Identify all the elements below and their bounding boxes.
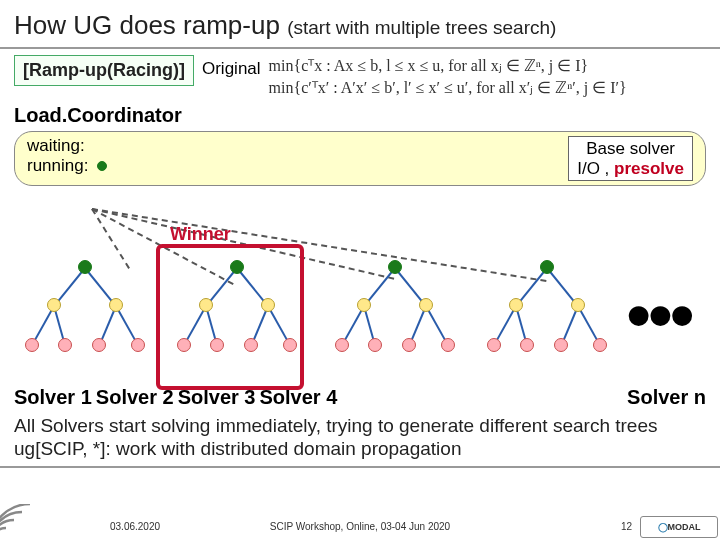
trees-area: Winner ●●●	[0, 226, 720, 386]
phase-box: [Ramp-up(Racing)]	[14, 55, 194, 86]
description: All Solvers start solving immediately, t…	[0, 409, 720, 460]
running-label: running:	[27, 156, 107, 176]
tree-node	[25, 338, 39, 352]
desc-line-1: All Solvers start solving immediately, t…	[14, 415, 706, 437]
tree-node	[210, 338, 224, 352]
tree-node	[261, 298, 275, 312]
solver-labels: Solver 1 Solver 2 Solver 3 Solver 4 Solv…	[0, 386, 720, 409]
tree-node	[487, 338, 501, 352]
title-sub: (start with multiple trees search)	[287, 17, 556, 38]
tree-node	[593, 338, 607, 352]
tree-node	[509, 298, 523, 312]
footer: 03.06.2020 SCIP Workshop, Online, 03-04 …	[0, 512, 720, 540]
tree-solver-1	[8, 254, 148, 364]
original-label: Original	[202, 55, 261, 79]
title-main: How UG does ramp-up	[14, 10, 280, 40]
slide-title: How UG does ramp-up (start with multiple…	[0, 0, 720, 47]
footer-page: 12	[621, 521, 632, 532]
base-solver-box: Base solver I/O , presolve	[568, 136, 693, 181]
queue-box: waiting: running: Base solver I/O , pres…	[14, 131, 706, 186]
formula-2: min{c′ᵀx′ : A′x′ ≤ b′, l′ ≤ x′ ≤ u′, for…	[269, 77, 627, 99]
tree-node	[58, 338, 72, 352]
tree-node	[419, 298, 433, 312]
title-underline	[0, 47, 720, 49]
tree-node	[92, 338, 106, 352]
ellipsis-icon: ●●●	[625, 286, 690, 340]
solver-n-label: Solver n	[627, 386, 706, 409]
winner-label: Winner	[170, 224, 231, 245]
tree-node	[109, 298, 123, 312]
tree-node	[520, 338, 534, 352]
desc-underline	[0, 466, 720, 468]
tree-node	[335, 338, 349, 352]
tree-node	[177, 338, 191, 352]
footer-logo-left-icon	[0, 504, 80, 540]
formula-1: min{cᵀx : Ax ≤ b, l ≤ x ≤ u, for all xⱼ …	[269, 55, 627, 77]
tree-node	[368, 338, 382, 352]
load-coordinator-label: Load.Coordinator	[0, 98, 720, 129]
tree-node	[283, 338, 297, 352]
tree-node	[554, 338, 568, 352]
waiting-label: waiting:	[27, 136, 107, 156]
tree-node	[244, 338, 258, 352]
running-dot-icon	[97, 161, 107, 171]
tree-solver-2	[160, 254, 300, 364]
desc-line-2: ug[SCIP, *]: work with distributed domai…	[14, 438, 706, 460]
base-line2: I/O , presolve	[577, 159, 684, 179]
base-line1: Base solver	[577, 139, 684, 159]
tree-node	[199, 298, 213, 312]
tree-node	[571, 298, 585, 312]
tree-node	[441, 338, 455, 352]
tree-solver-3	[318, 254, 458, 364]
tree-node	[47, 298, 61, 312]
footer-venue: SCIP Workshop, Online, 03-04 Jun 2020	[270, 521, 450, 532]
tree-node	[131, 338, 145, 352]
tree-node	[402, 338, 416, 352]
tree-node	[357, 298, 371, 312]
tree-solver-4	[470, 254, 610, 364]
footer-date: 03.06.2020	[110, 521, 160, 532]
solver-1-label: Solver 1	[14, 386, 92, 409]
footer-logo-right-icon: ◯MODAL	[640, 516, 718, 538]
